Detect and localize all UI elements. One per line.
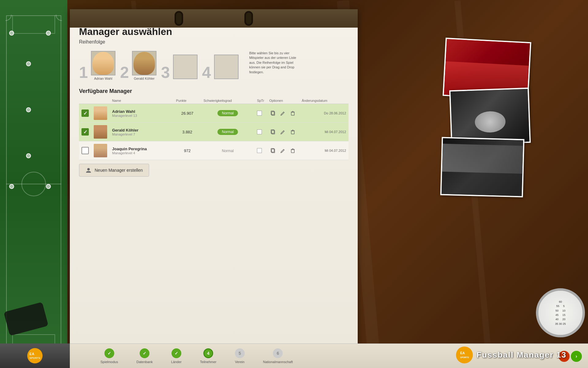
row-2-edit-btn[interactable] (279, 147, 287, 155)
row-0-checkbox-cell[interactable]: ✓ (79, 104, 91, 123)
col-header-name: Name (110, 98, 174, 104)
row-0-copy-btn[interactable] (269, 109, 277, 117)
row-2-sptr-checkbox[interactable] (257, 148, 262, 153)
row-1-delete-btn[interactable] (289, 128, 297, 136)
ea-logo: EASPORTS (27, 348, 43, 363)
row-2-copy-btn[interactable] (269, 147, 277, 155)
row-1-checkbox[interactable]: ✓ (81, 128, 89, 136)
row-1-avatar (94, 125, 107, 139)
row-0-sptr[interactable] (254, 104, 267, 123)
row-1-level: Managerlevel 7 (112, 132, 171, 136)
svg-rect-7 (291, 131, 294, 134)
create-manager-label: Neuen Manager erstellen (95, 168, 143, 173)
row-0-name: Adrian Wahl (112, 109, 171, 114)
row-0-level: Managerlevel 13 (112, 114, 171, 117)
col-header-check (79, 98, 91, 104)
nav-step-1[interactable]: ✓Spielmodus (100, 348, 118, 364)
row-2-avatar-cell (91, 141, 110, 160)
row-2-checkbox[interactable] (81, 147, 89, 154)
row-2-difficulty[interactable]: Normal (201, 141, 255, 160)
step-circle-2: ✓ (140, 348, 149, 358)
photo-2 (449, 88, 531, 146)
row-0-avatar-cell (91, 104, 110, 123)
slot-number-4: 4 (202, 64, 211, 80)
row-0-edit-btn[interactable] (279, 109, 287, 117)
step-circle-4: 4 (203, 348, 213, 358)
row-2-checkbox-cell[interactable] (79, 141, 91, 160)
selection-slot-4[interactable]: 4 (202, 55, 239, 80)
game-title: Fussball Manager 13 (477, 350, 567, 360)
create-manager-button[interactable]: Neuen Manager erstellen (79, 164, 149, 177)
photo-3 (440, 137, 525, 197)
selection-row: 1 Adrian Wahl 2 Gerald Köhler (79, 51, 349, 80)
table-row[interactable]: Joaquin PeregrinaManagerlevel 4972Normal… (79, 141, 349, 160)
row-0-delete-btn[interactable] (289, 109, 297, 117)
nav-step-2[interactable]: ✓Datenbank (136, 348, 153, 364)
manager-table: Name Punkte Schwierigkeitsgrad SpTr Opti… (79, 98, 349, 160)
next-button[interactable]: › (571, 351, 582, 362)
row-2-punkte: 972 (174, 141, 201, 160)
slot-avatar-4[interactable] (214, 55, 239, 79)
row-0-punkte: 26.907 (174, 104, 201, 123)
hint-text: Bitte wählen Sie bis zu vier Mitspieler … (249, 51, 298, 75)
slot-avatar-3[interactable] (173, 55, 198, 79)
slot-avatar-2[interactable] (132, 51, 156, 75)
row-1-edit-btn[interactable] (279, 128, 287, 136)
ea-sports-bar: EASPORTS (0, 343, 70, 368)
table-row[interactable]: ✓Adrian WahlManagerlevel 1326.907Normal … (79, 104, 349, 123)
nav-step-4[interactable]: 4Teilnehmer (200, 348, 217, 364)
row-1-difficulty-badge[interactable]: Normal (217, 129, 238, 135)
slot-number-1: 1 (79, 64, 88, 80)
row-2-name-cell: Joaquin PeregrinaManagerlevel 4 (110, 141, 174, 160)
row-0-sptr-checkbox[interactable] (257, 111, 262, 116)
table-header-row: Name Punkte Schwierigkeitsgrad SpTr Opti… (79, 98, 349, 104)
svg-rect-2 (291, 112, 294, 115)
row-1-sptr[interactable] (254, 123, 267, 141)
row-2-date: Mi 04.07.2012 (299, 141, 349, 160)
ring-binder-top (70, 9, 358, 28)
row-0-difficulty-badge[interactable]: Normal (217, 110, 238, 116)
row-1-copy-btn[interactable] (269, 128, 277, 136)
row-2-difficulty-text: Normal (222, 149, 234, 153)
col-header-sptr: SpTr (254, 98, 267, 104)
step-label-2: Datenbank (136, 360, 153, 364)
row-1-date: Mi 04.07.2012 (299, 123, 349, 141)
step-label-5: Verein (235, 360, 244, 364)
row-2-sptr[interactable] (254, 141, 267, 160)
selection-slot-2[interactable]: 2 Gerald Köhler (120, 51, 156, 80)
slot-number-3: 3 (161, 64, 170, 80)
row-1-difficulty[interactable]: Normal (201, 123, 255, 141)
row-1-checkbox-cell[interactable]: ✓ (79, 123, 91, 141)
manager2-face (134, 52, 155, 75)
nav-step-3[interactable]: ✓Länder (171, 348, 182, 364)
step-circle-6: 6 (273, 348, 283, 358)
row-1-options (267, 123, 299, 141)
section-header-managers: Verfügbare Manager (79, 88, 349, 94)
ea-circle-logo: EASPORTS (456, 347, 473, 363)
row-1-punkte: 3.882 (174, 123, 201, 141)
row-1-sptr-checkbox[interactable] (257, 129, 262, 134)
table-row[interactable]: ✓Gerald KöhlerManagerlevel 73.882Normal … (79, 123, 349, 141)
selection-slot-3[interactable]: 3 (161, 55, 198, 80)
col-header-datum: Änderungsdatum (299, 98, 349, 104)
row-1-avatar-cell (91, 123, 110, 141)
row-0-difficulty[interactable]: Normal (201, 104, 255, 123)
step-label-3: Länder (171, 360, 182, 364)
slot-avatar-1[interactable] (91, 51, 115, 75)
photos-decoration (441, 40, 539, 199)
step-circle-1: ✓ (104, 348, 114, 358)
sunglasses-decoration (6, 307, 46, 331)
row-2-name: Joaquin Peregrina (112, 147, 171, 151)
manager1-face (92, 52, 114, 75)
row-0-checkbox[interactable]: ✓ (81, 109, 89, 117)
step-label-6: Nationalmannschaft (263, 360, 293, 364)
brand-area: EASPORTS Fussball Manager 13 (456, 347, 567, 363)
row-2-delete-btn[interactable] (289, 147, 297, 155)
selection-slot-1[interactable]: 1 Adrian Wahl (79, 51, 115, 80)
page-title: Manager auswählen (79, 26, 349, 37)
row-0-name-cell: Adrian WahlManagerlevel 13 (110, 104, 174, 123)
slot-name-1: Adrian Wahl (94, 77, 112, 80)
ring-left (175, 11, 183, 26)
row-0-options (267, 104, 299, 123)
row-1-name-cell: Gerald KöhlerManagerlevel 7 (110, 123, 174, 141)
